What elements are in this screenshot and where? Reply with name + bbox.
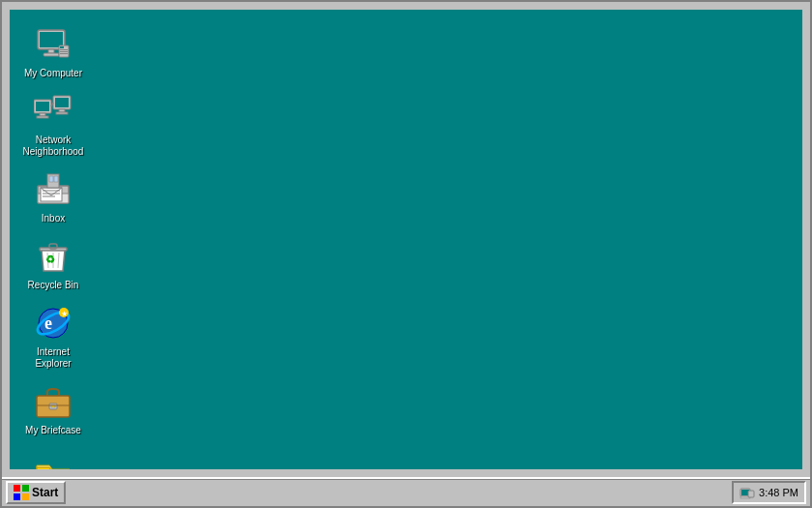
svg-rect-59 [14,493,20,500]
icon-my-computer[interactable]: My Computer [14,19,92,86]
my-briefcase-label: My Briefcase [23,424,83,437]
desktop: My Computer [10,10,802,469]
icon-my-briefcase[interactable]: My Briefcase [14,376,92,443]
my-computer-label: My Computer [22,67,84,80]
svg-text:e: e [44,314,52,333]
svg-rect-16 [56,112,68,114]
icon-internet-explorer[interactable]: e ★ Internet Explorer [14,298,92,376]
my-briefcase-graphic [34,382,72,421]
start-button[interactable]: Start [6,481,66,504]
svg-rect-6 [60,49,68,50]
svg-rect-12 [37,116,48,118]
svg-rect-57 [14,485,20,492]
recycle-bin-label: Recycle Bin [26,279,81,292]
online-services-graphic [34,457,72,469]
icon-inbox[interactable]: Inbox [14,164,92,231]
svg-text:★: ★ [61,310,68,318]
system-tray: 3:48 PM [732,481,806,504]
start-label: Start [32,486,58,499]
svg-rect-60 [22,493,29,500]
svg-text:♻: ♻ [45,254,55,265]
svg-rect-64 [748,491,754,497]
svg-rect-10 [36,102,49,111]
internet-explorer-label: Internet Explorer [18,345,88,371]
taskbar: Start 3:48 PM [2,477,810,506]
svg-rect-2 [48,49,54,53]
svg-rect-58 [22,485,29,492]
network-neighborhood-label: Network Neighborhood [18,134,88,159]
svg-rect-14 [55,98,69,107]
window-frame: My Computer [0,0,812,508]
svg-rect-27 [54,176,58,182]
svg-rect-8 [60,53,68,54]
my-computer-graphic [34,25,72,64]
inbox-graphic [34,170,72,209]
recycle-bin-graphic: ♻ [34,237,72,276]
svg-rect-32 [49,244,57,249]
internet-explorer-graphic: e ★ [34,304,72,343]
svg-rect-5 [60,46,64,48]
icon-recycle-bin[interactable]: ♻ Recycle Bin [14,231,92,298]
inbox-label: Inbox [40,212,67,225]
svg-rect-7 [60,51,68,52]
icon-network-neighborhood[interactable]: Network Neighborhood [14,86,92,164]
svg-rect-3 [44,53,59,56]
svg-rect-26 [49,176,53,182]
windows-logo [14,485,29,500]
network-tray-icon [740,485,755,500]
system-time: 3:48 PM [759,487,798,498]
icon-online-services[interactable]: Online Services [14,451,92,469]
network-neighborhood-graphic [34,92,72,131]
desktop-icons: My Computer [10,10,97,469]
